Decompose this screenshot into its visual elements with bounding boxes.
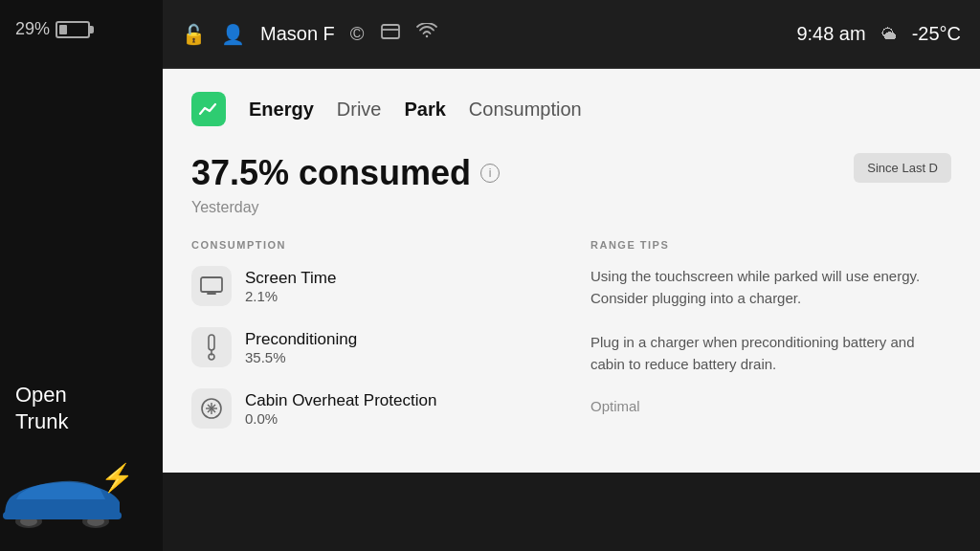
svg-rect-4: [3, 512, 122, 519]
circle-icon: ©: [350, 23, 365, 45]
range-tip-2: Plug in a charger when preconditioning b…: [590, 332, 951, 375]
battery-percent: 29%: [15, 19, 50, 39]
energy-percent: 37.5% consumed: [191, 153, 471, 193]
status-time: 9:48 am: [796, 23, 865, 45]
tab-consumption[interactable]: Consumption: [469, 99, 582, 121]
energy-period: Yesterday: [191, 199, 951, 216]
cabin-value: 0.0%: [245, 410, 436, 427]
screen-time-title: Screen Time: [245, 269, 336, 288]
screen-time-icon: [191, 266, 232, 306]
preconditioning-icon: [191, 327, 232, 367]
range-tips-label: RANGE TIPS: [590, 239, 951, 251]
status-bar: 🔓 👤 Mason F © 9:48 am 🌥 -25°C: [163, 0, 980, 69]
since-last-button[interactable]: Since Last D: [854, 153, 951, 183]
info-icon[interactable]: i: [480, 164, 500, 183]
preconditioning-value: 35.5%: [245, 349, 357, 365]
cabin-icon: [191, 388, 232, 429]
battery-icon: [56, 21, 90, 38]
tab-park[interactable]: Park: [404, 99, 445, 121]
consumption-label: CONSUMPTION: [191, 239, 552, 251]
lock-icon: 🔓: [182, 23, 206, 46]
range-tip-3-optimal: Optimal: [590, 398, 951, 414]
lightning-icon: ⚡: [100, 462, 134, 494]
consumption-column: CONSUMPTION Screen Time 2.1%: [191, 239, 552, 450]
two-column-layout: CONSUMPTION Screen Time 2.1%: [191, 239, 951, 450]
range-tips-column: RANGE TIPS Using the touchscreen while p…: [590, 239, 951, 450]
cabin-item: Cabin Overheat Protection 0.0%: [191, 388, 552, 429]
battery-status: 29%: [15, 19, 90, 39]
user-name: Mason F: [260, 23, 335, 45]
open-trunk-button[interactable]: OpenTrunk: [15, 382, 68, 436]
preconditioning-title: Preconditioning: [245, 330, 357, 349]
energy-tab-icon: [191, 92, 226, 126]
cabin-info: Cabin Overheat Protection 0.0%: [245, 391, 436, 427]
svg-rect-10: [209, 335, 214, 350]
cabin-title: Cabin Overheat Protection: [245, 391, 436, 410]
range-tip-1: Using the touchscreen while parked will …: [590, 266, 951, 309]
tab-energy[interactable]: Energy: [249, 99, 314, 121]
sidebar: 29% OpenTrunk ⚡: [0, 0, 163, 551]
screen-time-info: Screen Time 2.1%: [245, 269, 336, 304]
weather-icon: 🌥: [881, 26, 897, 43]
tab-drive[interactable]: Drive: [337, 99, 382, 121]
nav-tabs: Energy Drive Park Consumption: [191, 92, 951, 126]
energy-header: 37.5% consumed i: [191, 153, 951, 193]
svg-rect-7: [201, 277, 222, 292]
main-content: Energy Drive Park Consumption 37.5% cons…: [163, 69, 980, 473]
preconditioning-item: Preconditioning 35.5%: [191, 327, 552, 367]
screen-time-value: 2.1%: [245, 288, 336, 304]
temperature: -25°C: [912, 23, 961, 45]
person-icon: 👤: [221, 23, 245, 46]
wifi-icon: [416, 23, 437, 45]
card-icon: [380, 21, 401, 47]
battery-fill: [59, 25, 67, 34]
svg-rect-5: [382, 25, 399, 38]
preconditioning-info: Preconditioning 35.5%: [245, 330, 357, 365]
screen-time-item: Screen Time 2.1%: [191, 266, 552, 306]
open-trunk-label: OpenTrunk: [15, 383, 68, 434]
